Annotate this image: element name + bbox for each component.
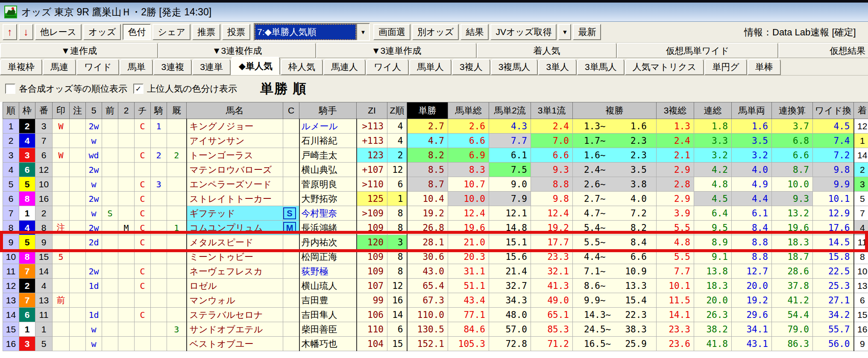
column-header-馬単両[interactable]: 馬単両	[732, 102, 772, 119]
table-row[interactable]: 117142wCネーヴェフレスカ荻野極109843.031.121.432.17…	[3, 264, 868, 279]
tab-3複馬人[interactable]: 3複馬人	[491, 59, 538, 75]
column-header-Z順[interactable]: Z順	[387, 102, 407, 119]
tab-単円グ[interactable]: 単円グ	[704, 59, 747, 75]
tab-枠人気[interactable]: 枠人気	[281, 59, 323, 75]
column-header-連総[interactable]: 連総	[694, 102, 732, 119]
tab-3連複[interactable]: 3連複	[153, 59, 192, 75]
checkbox-checked-icon[interactable]: ✓	[133, 84, 144, 94]
column-header-複勝[interactable]: 複勝	[573, 102, 657, 119]
column-header-3単1流[interactable]: 3単1流	[531, 102, 573, 119]
toolbar-button-画面選[interactable]: 画面選	[373, 24, 411, 40]
zi-index-cell: 106	[357, 308, 387, 322]
column-header-印[interactable]: 印	[53, 102, 70, 119]
tab-group-▼3連単作成[interactable]: ▼3連単作成	[316, 43, 477, 58]
tab-馬連人[interactable]: 馬連人	[323, 59, 366, 75]
column-header-ワイド換[interactable]: ワイド換	[813, 102, 854, 119]
column-header-ZI[interactable]: ZI	[357, 102, 387, 119]
table-row[interactable]: 1511w3サンドオブエテル柴田善臣1106130.584.657.085.32…	[3, 322, 868, 337]
column-header-単勝[interactable]: 単勝	[407, 102, 448, 119]
toolbar-button-結果[interactable]: 結果	[460, 24, 489, 40]
tab-group-仮想馬単ワイド[interactable]: 仮想馬単ワイド	[617, 43, 778, 58]
tab-3複人[interactable]: 3複人	[452, 59, 490, 75]
mark-cell-c5: w	[86, 134, 102, 148]
tab-group-仮想結果[interactable]: 仮想結果	[778, 43, 868, 58]
odds-cell-ut: 8.3	[448, 163, 489, 177]
color-top-popular-checkbox-label: 上位人気の色分け表示	[147, 83, 237, 95]
color-top-popular-checkbox[interactable]: ✓ 上位人気の色分け表示	[133, 83, 237, 95]
table-row[interactable]: 13713前マンウォル吉田豊991667.343.434.349.09.9~15…	[3, 293, 868, 308]
column-header-枠[interactable]: 枠	[19, 102, 35, 119]
tab-ワイド[interactable]: ワイド	[76, 59, 119, 75]
prev-race-arrow-up-icon[interactable]: ↑	[3, 24, 17, 40]
tab-3連単[interactable]: 3連単	[192, 59, 231, 75]
zi-index-cell: 123	[357, 148, 387, 163]
options-row: 各合成オッズ等の順位表示 ✓ 上位人気の色分け表示 単勝 順	[0, 76, 868, 102]
column-header-厩[interactable]: 厩	[167, 102, 187, 119]
table-row[interactable]: 1635wベストオブユー木幡巧也10415152.1105.372.871.21…	[3, 337, 868, 351]
tab-馬単[interactable]: 馬単	[120, 59, 153, 75]
c-flag-cell	[283, 177, 299, 192]
tab-人気マトリクス[interactable]: 人気マトリクス	[625, 59, 704, 75]
column-header-順[interactable]: 順	[3, 102, 19, 119]
tab-group-▼連作成[interactable]: ▼連作成	[0, 43, 158, 58]
column-header-着[interactable]: 着	[854, 102, 868, 119]
column-header-馬単総[interactable]: 馬単総	[448, 102, 489, 119]
checkbox-unchecked-icon[interactable]	[5, 84, 15, 94]
tab-馬連[interactable]: 馬連	[43, 59, 76, 75]
table-row[interactable]: 146111dCステラバルセロナ吉田隼人10614110.077.148.065…	[3, 308, 868, 322]
table-row[interactable]: 712wSCギフテッドS今村聖奈>109819.212.412.112.44.7…	[3, 206, 868, 221]
column-header-前[interactable]: 前	[102, 102, 118, 119]
table-row[interactable]: 108155ミーントゥビー松岡正海109830.620.315.623.34.4…	[3, 250, 868, 264]
dropdown-arrow-icon[interactable]: ▼	[356, 24, 369, 40]
column-header-騎[interactable]: 騎	[151, 102, 167, 119]
odds-cell-st1: 6.6	[531, 148, 573, 163]
rank-display-checkbox[interactable]: 各合成オッズ等の順位表示	[5, 83, 127, 95]
column-header-3複総[interactable]: 3複総	[657, 102, 694, 119]
table-row[interactable]: 848注2wMC1コムユンプリュムM長浜鴻緒109826.819.614.819…	[3, 221, 868, 235]
toolbar-button-他レース[interactable]: 他レース	[35, 24, 82, 40]
table-row[interactable]: 46122wマテンロウバローズ横山典弘+107128.58.37.59.32.4…	[3, 163, 868, 177]
toolbar-button-シェア[interactable]: シェア	[152, 24, 190, 40]
tab-単複枠[interactable]: 単複枠	[0, 59, 42, 75]
tab-group-着人気[interactable]: 着人気	[477, 43, 617, 58]
table-row[interactable]: 336WwdC22トーンゴーラス戸崎圭太12328.26.96.16.61.6~…	[3, 148, 868, 163]
toolbar-button-別オッズ[interactable]: 別オッズ	[412, 24, 459, 40]
toolbar-button-推票[interactable]: 推票	[192, 24, 220, 40]
mark-cell-ki	[151, 206, 167, 221]
table-row[interactable]: 5510wC3エンペラーズソード菅原明良>11068.710.79.08.82.…	[3, 177, 868, 192]
table-row[interactable]: 12241dCロゼル横山琉人1071265.451.132.741.38.6~1…	[3, 279, 868, 293]
column-header-チ[interactable]: チ	[135, 102, 151, 119]
horse-name-cell: マテンロウバローズ	[187, 163, 283, 177]
mark-cell-c5: 2d	[86, 235, 102, 250]
tab-3単馬人[interactable]: 3単馬人	[577, 59, 625, 75]
odds-cell-sf: 2.8	[657, 177, 694, 192]
column-header-馬名[interactable]: 馬名	[187, 102, 283, 119]
table-row[interactable]: 9592dCメタルスピード丹内祐次120328.121.015.117.75.5…	[3, 235, 868, 250]
column-header-5[interactable]: 5	[86, 102, 102, 119]
tab-group-▼3連複作成[interactable]: ▼3連複作成	[158, 43, 316, 58]
table-row[interactable]: 123W2wC1キングノジョールメール>11342.72.64.32.41.3~…	[3, 119, 868, 134]
column-header-C[interactable]: C	[283, 102, 299, 119]
odds-view-dropdown[interactable]: 7:◆単勝人気順 ▼	[254, 23, 370, 41]
table-row[interactable]: 68162wCストレイトトーカー大野拓弥125110.410.07.99.82.…	[3, 192, 868, 206]
column-header-騎手[interactable]: 騎手	[299, 102, 357, 119]
tab-馬単人[interactable]: 馬単人	[409, 59, 452, 75]
column-header-注[interactable]: 注	[70, 102, 86, 119]
tab-◆単人気[interactable]: ◆単人気	[231, 57, 280, 75]
toolbar-button-色付[interactable]: 色付	[123, 24, 151, 40]
toolbar-button-最新[interactable]: 最新	[573, 24, 601, 40]
tab-ワイ人[interactable]: ワイ人	[366, 59, 409, 75]
jv-odds-dropdown-arrow-icon[interactable]: ▼	[558, 24, 571, 40]
toolbar-button-JVオッズ取得[interactable]: JVオッズ取得	[490, 24, 557, 40]
column-header-2[interactable]: 2	[118, 102, 135, 119]
table-row[interactable]: 247wアイサンサン石川裕紀+11344.76.67.77.01.7~2.32.…	[3, 134, 868, 148]
column-header-連換算[interactable]: 連換算	[772, 102, 813, 119]
fukusho-low: 16.5~	[584, 339, 611, 349]
column-header-馬単2流[interactable]: 馬単2流	[489, 102, 531, 119]
toolbar-button-投票[interactable]: 投票	[222, 24, 250, 40]
tab-3単人[interactable]: 3単人	[538, 59, 577, 75]
toolbar-button-オッズ[interactable]: オッズ	[83, 24, 121, 40]
column-header-番[interactable]: 番	[35, 102, 53, 119]
next-race-arrow-down-icon[interactable]: ↓	[19, 24, 33, 40]
tab-単棒[interactable]: 単棒	[748, 59, 781, 75]
